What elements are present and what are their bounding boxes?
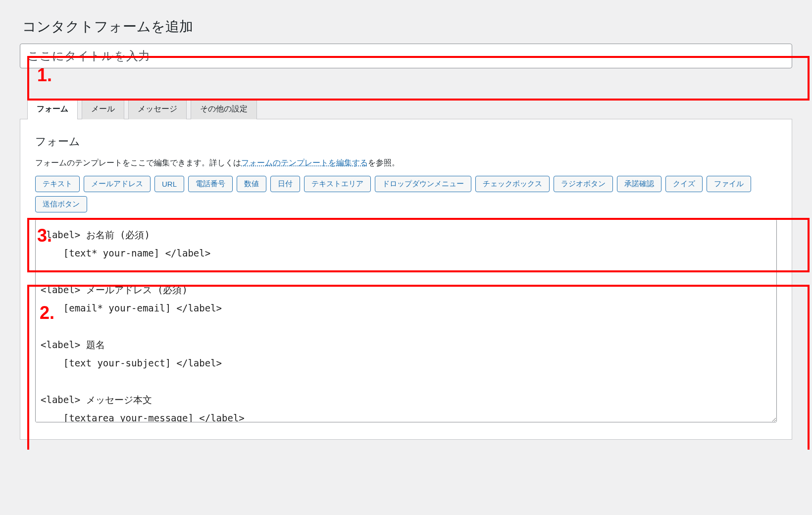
tag-btn-tel[interactable]: 電話番号 (188, 176, 233, 192)
tag-btn-email[interactable]: メールアドレス (84, 176, 151, 192)
title-field-wrap (15, 44, 797, 68)
tab-other[interactable]: その他の設定 (191, 99, 257, 119)
help-link[interactable]: フォームのテンプレートを編集する (241, 158, 368, 167)
tag-buttons: テキスト メールアドレス URL 電話番号 数値 日付 テキストエリア ドロップ… (35, 176, 777, 212)
tab-mail[interactable]: メール (82, 99, 124, 119)
tag-btn-date[interactable]: 日付 (270, 176, 300, 192)
tag-btn-submit[interactable]: 送信ボタン (35, 196, 87, 212)
form-panel: フォーム フォームのテンプレートをここで編集できます。詳しくはフォームのテンプレ… (20, 119, 792, 440)
form-panel-help: フォームのテンプレートをここで編集できます。詳しくはフォームのテンプレートを編集… (35, 158, 777, 168)
annotation-num-3: 3. (37, 225, 52, 246)
help-prefix: フォームのテンプレートをここで編集できます。詳しくは (35, 158, 241, 167)
tag-btn-radio[interactable]: ラジオボタン (554, 176, 613, 192)
tab-message[interactable]: メッセージ (128, 99, 187, 119)
tag-btn-url[interactable]: URL (154, 176, 184, 192)
help-suffix: を参照。 (368, 158, 400, 167)
annotation-num-2: 2. (40, 303, 54, 323)
tag-btn-checkbox[interactable]: チェックボックス (475, 176, 550, 192)
tag-btn-number[interactable]: 数値 (237, 176, 266, 192)
tag-btn-text[interactable]: テキスト (35, 176, 80, 192)
page-root: コンタクトフォームを追加 フォーム メール メッセージ その他の設定 フォーム … (15, 17, 797, 440)
form-panel-heading: フォーム (35, 134, 777, 149)
tabs-wrap: フォーム メール メッセージ その他の設定 (15, 98, 797, 119)
tag-btn-acceptance[interactable]: 承諾確認 (617, 176, 661, 192)
page-title: コンタクトフォームを追加 (22, 17, 797, 36)
title-input[interactable] (20, 44, 792, 68)
tag-btn-textarea[interactable]: テキストエリア (304, 176, 371, 192)
tag-btn-quiz[interactable]: クイズ (665, 176, 703, 192)
annotation-num-1: 1. (37, 65, 52, 86)
form-template-textarea[interactable] (35, 219, 777, 422)
tag-btn-dropdown[interactable]: ドロップダウンメニュー (375, 176, 471, 192)
tag-btn-file[interactable]: ファイル (707, 176, 751, 192)
tab-bar: フォーム メール メッセージ その他の設定 (27, 98, 797, 119)
tab-form[interactable]: フォーム (27, 99, 78, 119)
